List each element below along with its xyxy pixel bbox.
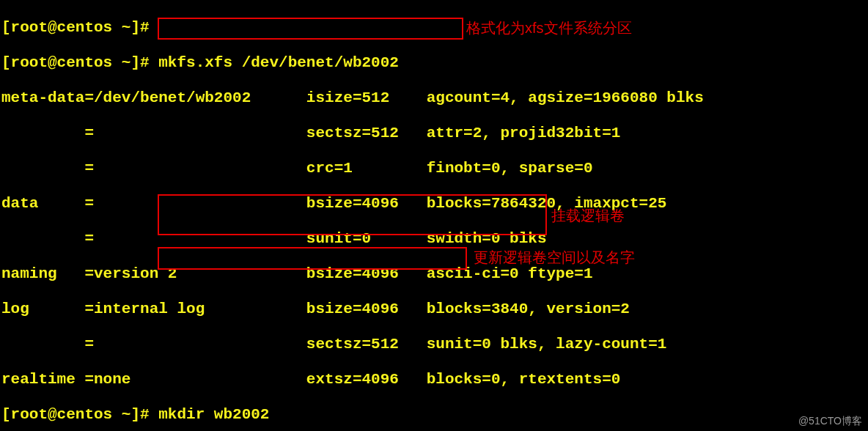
line-3: = sectsz=512 attr=2, projid32bit=1 [1, 125, 722, 142]
line-8: log =internal log bsize=4096 blocks=3840… [1, 301, 722, 318]
annotation-growfs: 更新逻辑卷空间以及名字 [474, 248, 635, 266]
line-11[interactable]: [root@centos ~]# mkdir wb2002 [1, 406, 722, 424]
line-2: meta-data=/dev/benet/wb2002 isize=512 ag… [1, 89, 722, 107]
line-4: = crc=1 finobt=0, sparse=0 [1, 160, 722, 177]
line-7: naming =version 2 bsize=4096 ascii-ci=0 … [1, 265, 722, 283]
watermark: @51CTO博客 [798, 412, 862, 430]
annotation-mount: 挂载逻辑卷 [551, 207, 625, 224]
line-10: realtime =none extsz=4096 blocks=0, rtex… [1, 371, 722, 388]
annotation-mkfs: 格式化为xfs文件系统分区 [466, 19, 632, 37]
line-9: = sectsz=512 sunit=0 blks, lazy-count=1 [1, 336, 722, 353]
line-6: = sunit=0 swidth=0 blks [1, 230, 722, 248]
line-1[interactable]: [root@centos ~]# mkfs.xfs /dev/benet/wb2… [1, 54, 722, 72]
